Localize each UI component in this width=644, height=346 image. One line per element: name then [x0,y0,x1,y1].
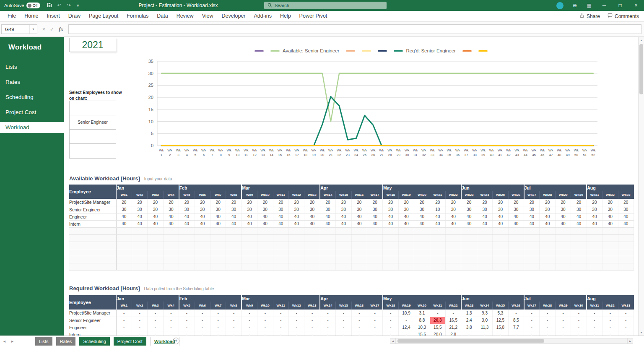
value-cell[interactable] [508,263,524,270]
month-header-mar[interactable]: Mar [242,185,320,191]
week-header-wk13[interactable]: Wk13 [304,302,320,310]
value-cell[interactable]: - [336,331,351,336]
month-header-jun[interactable]: Jun [461,185,524,191]
value-cell[interactable]: 3,0 [477,317,492,324]
value-cell[interactable] [430,227,445,234]
value-cell[interactable] [242,256,257,263]
week-header-wk31[interactable]: Wk31 [587,191,602,199]
value-cell[interactable] [571,256,587,263]
week-header-wk28[interactable]: Wk28 [540,191,555,199]
value-cell[interactable] [477,234,492,242]
value-cell[interactable] [493,256,508,263]
value-cell[interactable]: - [524,310,540,317]
horizontal-scroll-track[interactable] [396,338,627,344]
value-cell[interactable] [398,249,414,256]
value-cell[interactable]: 30 [493,206,508,213]
value-cell[interactable]: 30 [398,206,414,213]
value-cell[interactable] [273,256,288,263]
value-cell[interactable] [602,234,618,242]
sidebar-item-scheduling[interactable]: Scheduling [0,92,64,103]
value-cell[interactable]: - [163,310,179,317]
week-header-wk2[interactable]: Wk2 [132,302,147,310]
value-cell[interactable]: 40 [336,220,351,227]
value-cell[interactable]: 40 [163,213,179,220]
week-header-wk31[interactable]: Wk31 [587,302,602,310]
value-cell[interactable]: - [242,317,257,324]
value-cell[interactable] [210,227,226,234]
value-cell[interactable]: 40 [493,220,508,227]
value-cell[interactable]: 40 [116,213,132,220]
value-cell[interactable]: - [273,317,288,324]
value-cell[interactable]: 40 [336,213,351,220]
value-cell[interactable]: 40 [226,213,242,220]
legend-item[interactable] [462,50,472,52]
value-cell[interactable]: - [351,317,367,324]
value-cell[interactable]: - [571,317,587,324]
value-cell[interactable] [540,242,555,249]
sidebar-item-rates[interactable]: Rates [0,77,64,88]
value-cell[interactable]: 40 [430,213,445,220]
value-cell[interactable] [587,256,602,263]
value-cell[interactable] [210,256,226,263]
share-button[interactable]: Share [579,13,600,19]
value-cell[interactable] [179,242,195,249]
value-cell[interactable]: 20 [179,199,195,206]
value-cell[interactable]: 40 [477,220,492,227]
value-cell[interactable]: 40 [524,220,540,227]
value-cell[interactable] [195,227,210,234]
value-cell[interactable]: - [226,331,242,336]
value-cell[interactable] [304,227,320,234]
value-cell[interactable]: 40 [461,220,477,227]
value-cell[interactable] [288,242,304,249]
value-cell[interactable]: - [304,331,320,336]
value-cell[interactable] [446,234,461,242]
value-cell[interactable] [210,234,226,242]
value-cell[interactable] [383,227,398,234]
value-cell[interactable]: - [242,324,257,331]
value-cell[interactable]: 20 [132,199,147,206]
value-cell[interactable] [555,263,571,270]
value-cell[interactable] [242,263,257,270]
value-cell[interactable] [195,249,210,256]
value-cell[interactable]: - [524,324,540,331]
value-cell[interactable] [446,263,461,270]
value-cell[interactable]: - [195,324,210,331]
ribbon-tab-home[interactable]: Home [20,11,42,21]
value-cell[interactable] [116,242,132,249]
week-header-wk30[interactable]: Wk30 [571,302,587,310]
value-cell[interactable]: 30 [320,206,335,213]
value-cell[interactable] [304,234,320,242]
value-cell[interactable]: - [571,310,587,317]
value-cell[interactable]: - [430,310,445,317]
value-cell[interactable] [257,242,273,249]
value-cell[interactable]: - [618,331,634,336]
value-cell[interactable]: - [288,324,304,331]
value-cell[interactable] [430,256,445,263]
week-header-wk16[interactable]: Wk16 [351,302,367,310]
week-header-wk12[interactable]: Wk12 [288,191,304,199]
sheet-tab-project-cost[interactable]: Project Cost [114,337,146,346]
week-header-wk32[interactable]: Wk32 [602,191,618,199]
value-cell[interactable] [602,256,618,263]
value-cell[interactable] [257,256,273,263]
ribbon-tab-draw[interactable]: Draw [64,11,85,21]
value-cell[interactable]: 20 [508,199,524,206]
value-cell[interactable]: - [148,324,163,331]
value-cell[interactable] [524,249,540,256]
value-cell[interactable]: - [320,331,335,336]
month-header-jan[interactable]: Jan [116,185,179,191]
value-cell[interactable]: 30 [195,206,210,213]
value-cell[interactable] [163,227,179,234]
value-cell[interactable]: 21,2 [446,324,461,331]
account-avatar[interactable] [556,2,564,9]
week-header-wk5[interactable]: Wk5 [179,191,195,199]
employee-option-empty[interactable] [70,144,116,158]
value-cell[interactable] [508,234,524,242]
value-cell[interactable] [367,263,383,270]
new-sheet-button[interactable]: + [173,338,179,344]
value-cell[interactable] [367,227,383,234]
value-cell[interactable] [226,227,242,234]
value-cell[interactable]: 11,3 [477,324,492,331]
value-cell[interactable] [288,234,304,242]
value-cell[interactable] [226,242,242,249]
